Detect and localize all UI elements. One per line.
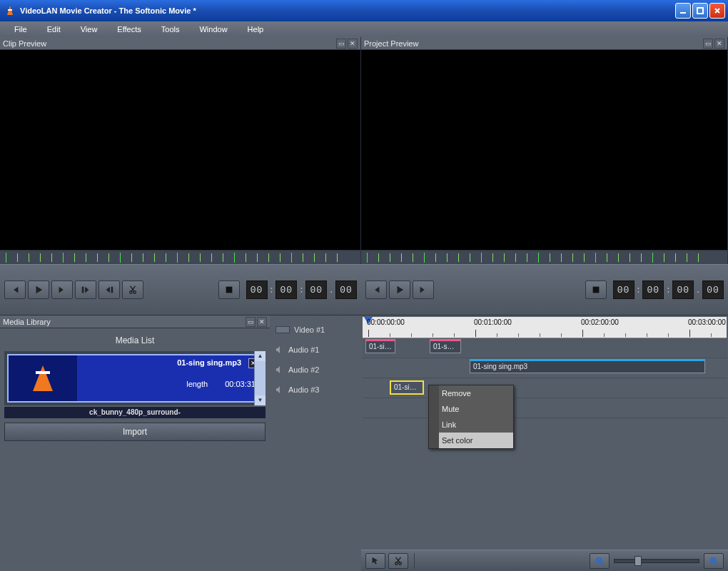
stop-button[interactable]	[585, 281, 607, 299]
svg-point-10	[395, 562, 398, 565]
minimize-button[interactable]	[675, 3, 691, 19]
media-item[interactable]: 01-sing sing.mp3 length 00:03:31 ✕	[7, 354, 263, 403]
svg-rect-2	[680, 12, 686, 14]
timeline-toolbar	[361, 550, 728, 571]
media-length-value: 00:03:31	[225, 380, 256, 388]
undock-icon[interactable]: ▭	[246, 317, 256, 327]
svg-rect-8	[226, 287, 232, 293]
prev-button[interactable]	[365, 281, 387, 299]
svg-rect-4	[82, 287, 84, 293]
menu-view[interactable]: View	[71, 23, 108, 36]
timeline-clip[interactable]: 01-sing sing.mp3	[470, 359, 705, 373]
media-length-label: length	[186, 380, 208, 388]
track-label-audio-1[interactable]: Audio #1	[270, 340, 361, 360]
track-label-video-1[interactable]: Video #1	[270, 320, 361, 340]
project-timecode: 00: 00: 00. 00	[613, 281, 724, 299]
media-library-panel: Media Library ▭ ✕ Media List 01-sing sin…	[0, 315, 270, 571]
zoom-slider[interactable]	[614, 559, 699, 563]
prev-button[interactable]	[4, 281, 26, 299]
svg-rect-9	[592, 287, 599, 293]
speaker-icon	[275, 385, 284, 394]
menu-window[interactable]: Window	[189, 23, 237, 36]
menu-help[interactable]: Help	[238, 23, 274, 36]
media-item-title: 01-sing sing.mp3	[83, 358, 256, 367]
timeline-tracks[interactable]: 01-si… 01-s… 01-sing sing.mp3 01-si… Rem…	[363, 338, 727, 557]
zoom-slider-thumb[interactable]	[635, 556, 642, 566]
media-list-header: Media List	[0, 328, 270, 351]
track-video-1[interactable]: 01-si… 01-s…	[363, 338, 727, 358]
zoom-in-button[interactable]	[704, 553, 724, 569]
svg-rect-1	[8, 9, 12, 11]
clip-preview-ruler[interactable]	[0, 250, 360, 264]
track-audio-1[interactable]: 01-sing sing.mp3	[363, 358, 727, 378]
timeline-panel: 00:00:00:0000:01:00:0000:02:00:0000:03:0…	[361, 315, 728, 571]
import-button[interactable]: Import	[4, 423, 266, 441]
svg-rect-3	[697, 8, 703, 14]
next-button[interactable]	[51, 281, 73, 299]
media-item-partial[interactable]: ck_bunny_480p_surround-	[4, 407, 266, 418]
mark-in-button[interactable]	[75, 281, 96, 299]
selection-tool-button[interactable]	[365, 553, 385, 569]
mark-out-button[interactable]	[98, 281, 120, 299]
svg-point-7	[133, 291, 136, 294]
context-menu: Remove Mute Link Set color	[428, 385, 514, 449]
menu-edit[interactable]: Edit	[37, 23, 71, 36]
cut-button[interactable]	[122, 281, 143, 299]
zoom-out-button[interactable]	[590, 553, 610, 569]
media-scrollbar[interactable]	[254, 351, 266, 405]
project-transport: 00: 00: 00. 00	[361, 264, 728, 315]
track-labels: Video #1 Audio #1 Audio #2 Audio #3	[270, 315, 361, 571]
close-panel-icon[interactable]: ✕	[257, 317, 267, 327]
timeline-clip[interactable]: 01-si…	[365, 339, 395, 353]
clip-transport: 00: 00: 00. 00	[0, 264, 361, 315]
track-audio-2[interactable]: 01-si…	[363, 378, 727, 398]
close-panel-icon[interactable]: ✕	[348, 39, 358, 49]
ctx-mute[interactable]: Mute	[429, 401, 513, 417]
undock-icon[interactable]: ▭	[336, 39, 346, 49]
timeline-clip[interactable]: 01-s…	[430, 339, 461, 353]
cut-tool-button[interactable]	[388, 553, 408, 569]
play-button[interactable]	[28, 281, 49, 299]
track-audio-3[interactable]	[363, 398, 727, 418]
media-library-title: Media Library	[3, 318, 51, 326]
vlc-cone-icon	[33, 365, 53, 391]
track-label-audio-3[interactable]: Audio #3	[270, 380, 361, 400]
play-button[interactable]	[389, 281, 410, 299]
ctx-set-color[interactable]: Set color	[429, 433, 513, 448]
timeline-clip-selected[interactable]: 01-si…	[390, 380, 424, 395]
undock-icon[interactable]: ▭	[703, 39, 713, 49]
ctx-remove[interactable]: Remove	[429, 385, 513, 401]
clip-preview-title: Clip Preview	[3, 39, 46, 48]
maximize-button[interactable]	[692, 3, 708, 19]
next-button[interactable]	[413, 281, 434, 299]
project-preview-viewport[interactable]	[361, 50, 727, 250]
menu-file[interactable]: File	[4, 23, 37, 36]
project-preview-title: Project Preview	[364, 39, 418, 48]
speaker-icon	[275, 345, 284, 354]
project-preview-panel: Project Preview ▭ ✕	[361, 37, 728, 264]
clip-timecode: 00: 00: 00. 00	[246, 281, 357, 299]
svg-rect-5	[111, 287, 113, 293]
app-icon	[4, 5, 16, 16]
speaker-icon	[275, 365, 284, 374]
svg-point-6	[130, 291, 133, 294]
menu-effects[interactable]: Effects	[107, 23, 151, 36]
close-button[interactable]	[709, 3, 725, 19]
track-label-audio-2[interactable]: Audio #2	[270, 360, 361, 380]
timeline-ruler[interactable]: 00:00:00:0000:01:00:0000:02:00:0000:03:0…	[363, 317, 727, 338]
stop-button[interactable]	[218, 281, 240, 299]
project-preview-ruler[interactable]	[361, 250, 727, 264]
ctx-link[interactable]: Link	[429, 417, 513, 433]
menu-tools[interactable]: Tools	[151, 23, 190, 36]
svg-point-11	[399, 562, 402, 565]
media-thumbnail	[9, 355, 77, 401]
window-title: VideoLAN Movie Creator - The Softonic Mo…	[20, 6, 675, 15]
window-titlebar: VideoLAN Movie Creator - The Softonic Mo…	[0, 0, 728, 21]
clip-preview-panel: Clip Preview ▭ ✕	[0, 37, 361, 264]
close-panel-icon[interactable]: ✕	[714, 39, 724, 49]
clip-preview-viewport[interactable]	[0, 50, 360, 250]
menubar: File Edit View Effects Tools Window Help	[0, 21, 728, 37]
